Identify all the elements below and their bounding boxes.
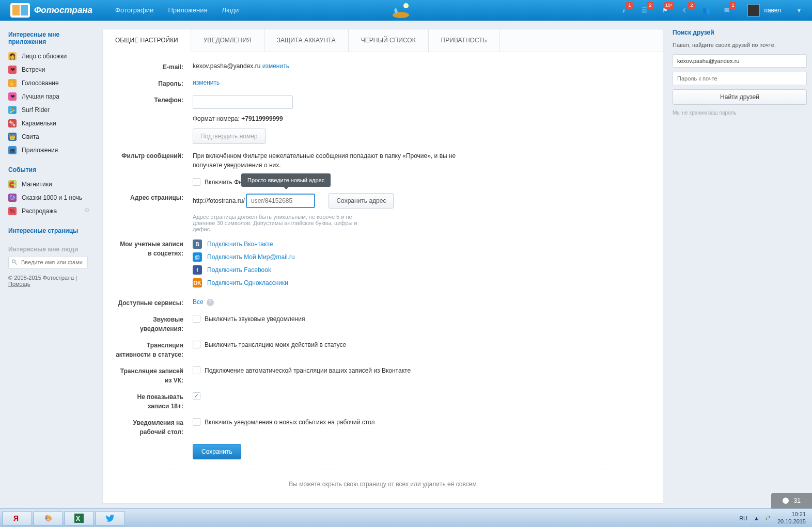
sidebar-item[interactable]: ❤Встречи <box>3 63 93 76</box>
friend-password-input[interactable] <box>673 72 807 85</box>
save-address-button[interactable]: Сохранить адрес <box>329 193 394 209</box>
label-phone: Телефон: <box>115 95 193 105</box>
address-tooltip: Просто введите новый адрес <box>241 173 331 187</box>
sidebar-item[interactable]: 🍬Карамельки <box>3 117 93 130</box>
label-desktop: Уведомления на рабочий стол: <box>115 418 193 437</box>
taskbar-twitter[interactable] <box>95 511 125 525</box>
tab-security[interactable]: ЗАЩИТА АККАУНТА <box>264 29 349 52</box>
hide18-checkbox[interactable] <box>193 392 200 400</box>
mail-icon[interactable]: ✉1 <box>720 3 734 18</box>
sidebar-item[interactable]: ❤Лучшая пара <box>3 90 93 103</box>
app-icon: % <box>8 207 17 215</box>
gear-icon[interactable]: ⚙ <box>84 206 90 214</box>
bottom-notif-pill[interactable]: 31 <box>771 493 812 508</box>
moon-icon[interactable]: ☾2 <box>678 3 693 18</box>
label-socials: Мои учетные записи в соцсетях: <box>115 239 193 258</box>
facebook-icon: f <box>193 265 202 275</box>
nav-photos[interactable]: Фотографии <box>108 0 161 21</box>
phone-format: +79119999999 <box>241 115 283 122</box>
label-page-addr: Адрес страницы: <box>115 193 193 202</box>
sound-checkbox[interactable] <box>193 315 200 323</box>
nav-people[interactable]: Люди <box>214 0 246 21</box>
tray-lang[interactable]: RU <box>739 515 747 521</box>
music-icon[interactable]: ♪1 <box>616 3 631 18</box>
sidebar-item[interactable]: 🏄Surf Rider <box>3 103 93 117</box>
tab-blacklist[interactable]: ЧЕРНЫЙ СПИСОК <box>349 29 429 52</box>
user-menu[interactable]: павел ▼ <box>747 4 802 17</box>
change-password-link[interactable]: изменить <box>193 79 220 86</box>
page-url-input[interactable] <box>246 194 315 207</box>
info-icon[interactable]: ? <box>207 299 214 306</box>
vk-checkbox[interactable] <box>193 366 200 374</box>
tab-privacy[interactable]: ПРИВАТНОСТЬ <box>429 29 500 52</box>
friend-email-input[interactable] <box>673 54 807 68</box>
phone-format-prefix: Формат номера: <box>193 115 241 122</box>
find-friends-button[interactable]: Найти друзей <box>673 89 807 105</box>
tray-flag-icon[interactable]: ▲ <box>754 515 759 521</box>
tray-network-icon[interactable]: ⇄ <box>766 515 770 521</box>
lamp-icon[interactable] <box>391 1 421 20</box>
caret-down-icon: ▼ <box>797 8 802 13</box>
sidebar-item[interactable]: ✋Голосование <box>3 76 93 90</box>
activity-checkbox[interactable] <box>193 341 200 348</box>
rside-note: Мы не храним ваш пароль <box>673 110 807 116</box>
filter-checkbox[interactable] <box>193 178 200 186</box>
search-icon <box>11 259 18 265</box>
app-icon: ❤ <box>8 66 17 74</box>
side-title-pages[interactable]: Интересные страницы <box>3 225 93 238</box>
app-icon: ▦ <box>8 146 17 154</box>
vk-icon: В <box>193 239 202 249</box>
hide-page-text: Вы можете скрыть свою страницу от всех и… <box>115 481 650 488</box>
friends-icon[interactable]: 👥 <box>699 3 713 18</box>
sidebar-item[interactable]: 👑Свита <box>3 130 93 143</box>
label-sound: Звуковые уведомления: <box>115 315 193 333</box>
logo[interactable]: Фотострана <box>10 3 92 18</box>
sidebar-left: Интересные мне приложения 👩Лицо с обложк… <box>3 29 93 504</box>
badge: 2 <box>647 2 653 9</box>
url-hint: Адрес страницы должен быть уникальным, н… <box>193 214 363 232</box>
sidebar-item[interactable]: 🔮Сказки 1000 и 1 ночь <box>3 191 93 204</box>
sidebar-item[interactable]: ▦Приложения <box>3 143 93 157</box>
delete-page-link[interactable]: удалить её совсем <box>423 481 477 488</box>
hide-page-link[interactable]: скрыть свою страницу от всех <box>322 481 409 488</box>
label-filter: Фильтр сообщений: <box>115 151 193 161</box>
label-email: E-mail: <box>115 62 193 72</box>
save-button[interactable]: Сохранить <box>193 444 241 459</box>
tab-general[interactable]: ОБЩИЕ НАСТРОЙКИ <box>103 29 191 52</box>
svg-point-5 <box>12 260 15 263</box>
people-search-input[interactable] <box>8 256 88 268</box>
change-email-link[interactable]: изменить <box>262 62 289 70</box>
connect-mm-link[interactable]: Подключить Мой Мир@mail.ru <box>207 253 295 261</box>
sidebar-item[interactable]: %Распродажа⚙ <box>3 204 93 218</box>
white-dot-icon <box>783 498 789 504</box>
app-icon: 🏄 <box>8 106 17 114</box>
side-title-events: События <box>3 164 93 178</box>
svg-point-3 <box>393 12 409 18</box>
feed-icon[interactable]: ☰2 <box>637 3 651 18</box>
ok-icon: OK <box>193 278 202 288</box>
services-all-link[interactable]: Все <box>193 298 204 306</box>
label-hide18: Не показывать записи 18+: <box>115 392 193 411</box>
nav-apps[interactable]: Приложения <box>161 0 214 21</box>
badge: 2 <box>688 2 695 9</box>
brand-text: Фотострана <box>34 5 92 15</box>
taskbar-yandex[interactable]: Я <box>2 511 32 525</box>
app-icon: 🍬 <box>8 119 17 127</box>
taskbar-paint[interactable]: 🎨 <box>33 511 63 525</box>
sidebar-item[interactable]: 🧲Магнитики <box>3 178 93 191</box>
connect-fb-link[interactable]: Подключить Facebook <box>207 266 271 274</box>
connect-ok-link[interactable]: Подключить Одноклассники <box>207 279 288 286</box>
gift-icon[interactable]: ⚑10+ <box>658 3 672 18</box>
tab-notifications[interactable]: УВЕДОМЛЕНИЯ <box>191 29 264 52</box>
label-services: Доступные сервисы: <box>115 298 193 308</box>
confirm-phone-button[interactable]: Подтвердить номер <box>193 129 266 144</box>
url-prefix: http://fotostrana.ru/ <box>193 197 245 204</box>
phone-input[interactable] <box>193 95 293 109</box>
taskbar-excel[interactable]: X <box>64 511 94 525</box>
help-link[interactable]: Помощь <box>8 281 30 287</box>
desktop-checkbox[interactable] <box>193 418 200 426</box>
sidebar-item[interactable]: 👩Лицо с обложки <box>3 50 93 63</box>
tray-clock[interactable]: 10:21 20.10.2015 <box>777 511 806 524</box>
settings-tabs: ОБЩИЕ НАСТРОЙКИ УВЕДОМЛЕНИЯ ЗАЩИТА АККАУ… <box>102 29 663 52</box>
connect-vk-link[interactable]: Подключить Вконтакте <box>207 241 273 248</box>
